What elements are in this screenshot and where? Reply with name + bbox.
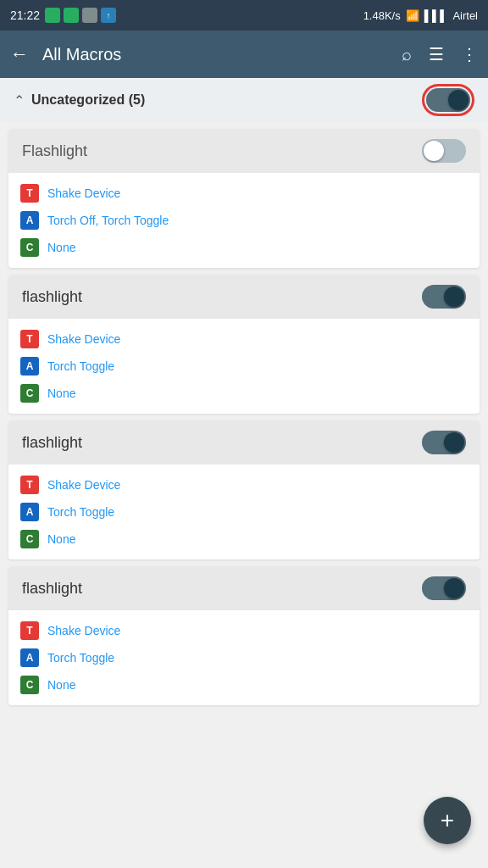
badge-a-1-2: A [20,211,39,230]
macro-rows-1: TShake DeviceATorch Off, Torch ToggleCNo… [8,173,480,268]
macro-card-2: flashlightTShake DeviceATorch ToggleCNon… [8,275,480,414]
macro-row-2-2: ATorch Toggle [8,353,480,380]
macro-row-1-1: TShake Device [8,180,480,207]
section-toggle[interactable] [426,88,470,112]
macro-row-3-3: CNone [8,526,480,553]
badge-c-4-3: C [20,676,39,694]
macro-toggle-1[interactable] [422,139,466,163]
toggle-knob [448,90,469,110]
row-text-4-3: None [47,678,75,692]
chevron-up-icon[interactable]: ⌃ [14,92,25,108]
badge-t-3-1: T [20,476,39,494]
section-toggle-highlight [422,84,474,116]
toggle-knob-4 [444,578,464,598]
app-bar-actions: ⌕ ☰ ⋮ [402,44,478,64]
row-text-1-1: Shake Device [47,186,120,200]
row-text-2-1: Shake Device [47,332,120,346]
badge-a-4-2: A [20,648,39,667]
status-app-icons: ↑ [45,8,116,23]
search-icon[interactable]: ⌕ [402,45,412,64]
row-text-4-1: Shake Device [47,624,120,637]
badge-t-1-1: T [20,184,39,203]
badge-t-4-1: T [20,621,39,640]
macro-name-3: flashlight [22,434,82,452]
signal-icon: ▌▌▌ [424,9,448,22]
app-bar-title: All Macros [42,45,388,64]
app-icon-1 [45,8,60,23]
badge-c-2-3: C [20,384,39,403]
toggle-knob-1 [424,141,444,161]
macro-card-4: flashlightTShake DeviceATorch ToggleCNon… [8,566,480,705]
badge-a-2-2: A [20,357,39,376]
toggle-knob-3 [444,432,464,453]
macro-row-3-1: TShake Device [8,471,480,498]
badge-c-1-3: C [20,238,39,257]
back-button[interactable]: ← [10,43,29,65]
row-text-2-2: Torch Toggle [47,359,114,373]
macro-card-header-2: flashlight [8,275,480,319]
wifi-icon: 📶 [406,9,419,22]
app-icon-4: ↑ [101,8,116,23]
row-text-1-2: Torch Off, Torch Toggle [47,214,169,227]
list-icon[interactable]: ☰ [429,44,444,64]
macro-row-2-3: CNone [8,380,480,407]
macro-rows-3: TShake DeviceATorch ToggleCNone [8,465,480,559]
macro-rows-4: TShake DeviceATorch ToggleCNone [8,610,480,705]
row-text-3-1: Shake Device [47,478,120,492]
macro-card-header-4: flashlight [8,566,480,610]
macro-row-4-2: ATorch Toggle [8,644,480,671]
row-text-3-3: None [47,532,75,546]
macro-row-4-1: TShake Device [8,617,480,644]
macro-name-2: flashlight [22,288,82,306]
section-title: Uncategorized (5) [31,92,422,108]
macro-card-1: FlashlightTShake DeviceATorch Off, Torch… [8,129,480,268]
top-app-bar: ← All Macros ⌕ ☰ ⋮ [0,31,488,78]
app-icon-2 [64,8,79,23]
badge-c-3-3: C [20,530,39,548]
macro-row-3-2: ATorch Toggle [8,498,480,526]
row-text-2-3: None [47,387,75,400]
macro-row-1-3: CNone [8,234,480,261]
badge-a-3-2: A [20,503,39,521]
fab-add-button[interactable]: + [424,797,471,844]
macro-name-1: Flashlight [22,142,87,160]
macro-row-4-3: CNone [8,671,480,698]
macro-row-2-1: TShake Device [8,326,480,353]
app-icon-3 [82,8,97,23]
macro-name-4: flashlight [22,580,82,598]
status-time: 21:22 ↑ [10,8,116,23]
macro-toggle-4[interactable] [422,576,466,600]
macro-card-header-3: flashlight [8,420,480,465]
row-text-4-2: Torch Toggle [47,651,114,665]
macro-row-1-2: ATorch Off, Torch Toggle [8,207,480,234]
macro-toggle-2[interactable] [422,285,466,309]
toggle-knob-2 [444,287,464,307]
macro-rows-2: TShake DeviceATorch ToggleCNone [8,319,480,414]
badge-t-2-1: T [20,330,39,348]
row-text-3-2: Torch Toggle [47,505,114,519]
status-right-section: 1.48K/s 📶 ▌▌▌ Airtel [363,9,478,22]
macro-list: FlashlightTShake DeviceATorch Off, Torch… [0,129,488,705]
section-header: ⌃ Uncategorized (5) [0,78,488,122]
more-options-icon[interactable]: ⋮ [461,44,478,64]
macro-card-header-1: Flashlight [8,129,480,173]
row-text-1-3: None [47,241,75,254]
macro-card-3: flashlightTShake DeviceATorch ToggleCNon… [8,420,480,559]
status-bar: 21:22 ↑ 1.48K/s 📶 ▌▌▌ Airtel [0,0,488,31]
macro-toggle-3[interactable] [422,431,466,454]
